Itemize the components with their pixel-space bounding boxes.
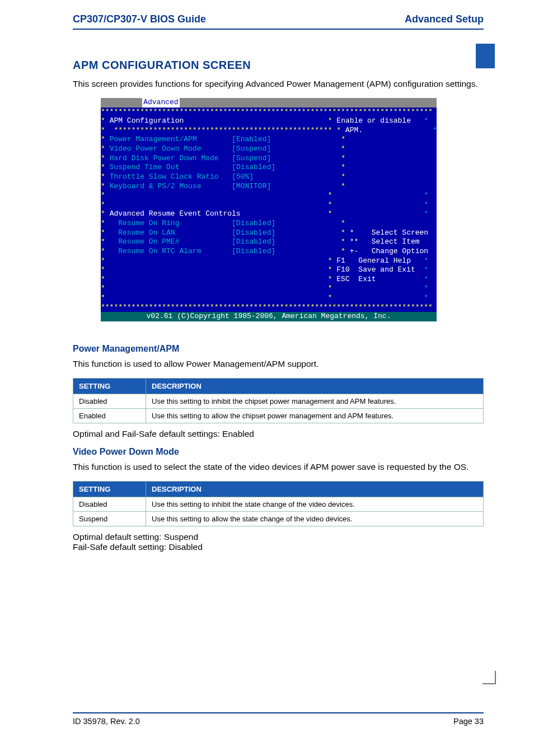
vpd-intro: This function is used to select the stat… <box>73 461 484 473</box>
nav-change-option: +- Change Option <box>350 247 428 255</box>
bios-screen: Advanced * *****************************… <box>101 98 437 321</box>
bios-item-hdd: Hard Disk Power Down Mode [Suspend] <box>110 154 271 162</box>
footer-left: ID 35978, Rev. 2.0 <box>73 717 140 726</box>
bios-item-suspend: Suspend Time Out [Disabled] <box>110 163 275 171</box>
bios-tab-advanced: Advanced <box>142 98 179 108</box>
pm-intro: This function is used to allow Power Man… <box>73 358 484 370</box>
pm-col-description: DESCRIPTION <box>146 378 484 394</box>
bios-item-keyboard: Keyboard & PS/2 Mouse [MONITOR] <box>110 182 271 190</box>
vpd-table: SETTING DESCRIPTION Disabled Use this se… <box>73 481 484 526</box>
page-header: CP307/CP307-V BIOS Guide Advanced Setup <box>73 13 484 30</box>
bios-resume-rtc: Resume On RTC Alarm [Disabled] <box>118 247 275 255</box>
nav-general-help: F1 General Help <box>336 256 411 265</box>
brand-corner-icon <box>461 44 495 77</box>
table-row: Suspend Use this setting to allow the st… <box>73 511 484 526</box>
bios-title: APM Configuration <box>110 116 184 125</box>
bios-help: Enable or disable <box>336 116 411 125</box>
page-footer: ID 35978, Rev. 2.0 Page 33 <box>73 712 484 726</box>
vpd-col-description: DESCRIPTION <box>146 481 484 497</box>
section-title: APM CONFIGURATION SCREEN <box>73 59 484 72</box>
header-left: CP307/CP307-V BIOS Guide <box>73 13 206 25</box>
pm-heading: Power Management/APM <box>73 344 484 354</box>
bios-subhead: Advanced Resume Event Controls <box>110 209 241 218</box>
nav-select-item: ** Select Item <box>350 237 420 246</box>
vpd-defaults: Optimal default setting: Suspend Fail-Sa… <box>73 532 484 552</box>
table-row: Enabled Use this setting to allow the ch… <box>73 408 484 423</box>
nav-select-screen: * Select Screen <box>350 228 428 237</box>
vpd-col-setting: SETTING <box>73 481 146 497</box>
footer-right: Page 33 <box>453 717 484 726</box>
vpd-heading: Video Power Down Mode <box>73 447 484 457</box>
bios-item-pm: Power Management/APM [Enabled] <box>110 135 271 143</box>
bios-resume-pme: Resume On PME# [Disabled] <box>118 237 275 246</box>
bios-item-throttle: Throttle Slow Clock Ratio [50%] <box>110 172 254 181</box>
pm-col-setting: SETTING <box>73 378 146 394</box>
bios-item-video: Video Power Down Mode [Suspend] <box>110 144 271 153</box>
table-row: Disabled Use this setting to inhibit the… <box>73 394 484 408</box>
bios-resume-lan: Resume On LAN [Disabled] <box>118 228 275 237</box>
nav-exit: ESC Exit <box>336 275 376 283</box>
section-intro: This screen provides functions for speci… <box>73 78 484 90</box>
table-row: Disabled Use this setting to inhibit the… <box>73 497 484 511</box>
pm-defaults: Optimal and Fail-Safe default settings: … <box>73 429 484 439</box>
crop-mark-icon <box>483 671 496 684</box>
bios-footer: v02.61 (C)Copyright 1985-2006, American … <box>101 312 437 321</box>
header-right: Advanced Setup <box>405 13 484 25</box>
pm-table: SETTING DESCRIPTION Disabled Use this se… <box>73 378 484 423</box>
nav-save-exit: F10 Save and Exit <box>336 265 415 274</box>
bios-resume-ring: Resume On Ring [Disabled] <box>118 219 275 227</box>
